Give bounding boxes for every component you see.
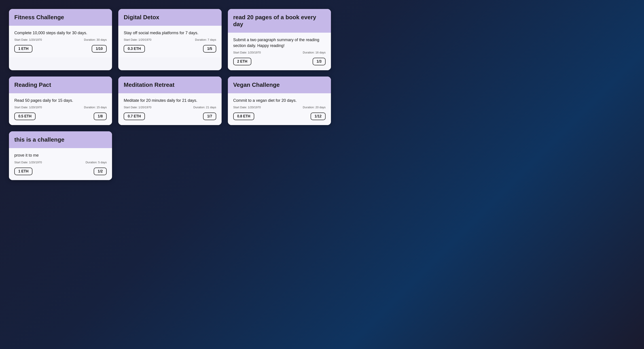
start-date: Start Date: 1/20/1970 — [14, 106, 42, 109]
start-date: Start Date: 1/20/1970 — [14, 161, 42, 164]
duration: Duration: 16 days — [303, 51, 326, 54]
card-meta: Start Date: 1/20/1970 Duration: 7 days — [124, 38, 216, 41]
card-body: Submit a two paragraph summary of the re… — [228, 33, 331, 70]
eth-badge: 1 ETH — [14, 45, 32, 53]
start-date: Start Date: 1/20/1970 — [124, 106, 152, 109]
card-meta: Start Date: 1/20/1970 Duration: 5 days — [14, 161, 107, 164]
duration: Duration: 21 days — [194, 106, 216, 109]
card-description: Commit to a vegan diet for 20 days. — [233, 98, 326, 103]
duration: Duration: 7 days — [195, 38, 216, 41]
card-header: Vegan Challenge — [228, 77, 331, 93]
card-description: Submit a two paragraph summary of the re… — [233, 37, 326, 48]
duration: Duration: 30 days — [84, 38, 107, 41]
card-header: Digital Detox — [118, 9, 222, 26]
card-meta: Start Date: 1/20/1970 Duration: 20 days — [233, 106, 326, 109]
card-body: Read 50 pages daily for 15 days. Start D… — [9, 93, 112, 125]
card-description: Complete 10,000 steps daily for 30 days. — [14, 30, 107, 36]
eth-badge: 0.7 ETH — [124, 113, 145, 120]
start-date: Start Date: 1/20/1970 — [233, 51, 261, 54]
card-meta: Start Date: 1/20/1970 Duration: 16 days — [233, 51, 326, 54]
eth-badge: 0.5 ETH — [14, 113, 36, 120]
participant-badge: 1/2 — [94, 168, 107, 175]
card-body: Meditate for 20 minutes daily for 21 day… — [118, 93, 222, 125]
card-meditation-retreat[interactable]: Meditation Retreat Meditate for 20 minut… — [118, 77, 222, 125]
card-description: Meditate for 20 minutes daily for 21 day… — [124, 98, 216, 103]
eth-badge: 0.3 ETH — [124, 45, 145, 53]
card-header: Reading Pact — [9, 77, 112, 93]
card-footer: 2 ETH 1/3 — [233, 58, 326, 65]
eth-badge: 2 ETH — [233, 58, 251, 65]
card-title: this is a challenge — [14, 136, 107, 143]
card-body: Complete 10,000 steps daily for 30 days.… — [9, 26, 112, 58]
duration: Duration: 20 days — [303, 106, 326, 109]
card-vegan-challenge[interactable]: Vegan Challenge Commit to a vegan diet f… — [228, 77, 331, 125]
card-body: Commit to a vegan diet for 20 days. Star… — [228, 93, 331, 125]
card-header: this is a challenge — [9, 131, 112, 148]
card-footer: 1 ETH 1/2 — [14, 168, 107, 175]
card-footer: 0.3 ETH 1/5 — [124, 45, 216, 53]
card-footer: 0.7 ETH 1/7 — [124, 113, 216, 120]
participant-badge: 1/12 — [310, 113, 326, 120]
card-footer: 0.8 ETH 1/12 — [233, 113, 326, 120]
card-meta: Start Date: 1/20/1970 Duration: 30 days — [14, 38, 107, 41]
card-reading-pact[interactable]: Reading Pact Read 50 pages daily for 15 … — [9, 77, 112, 125]
card-header: Fitness Challenge — [9, 9, 112, 26]
challenge-grid: Fitness Challenge Complete 10,000 steps … — [9, 9, 331, 180]
card-body: prove it to me Start Date: 1/20/1970 Dur… — [9, 148, 112, 180]
card-title: Reading Pact — [14, 82, 107, 88]
start-date: Start Date: 1/20/1970 — [124, 38, 152, 41]
card-title: Vegan Challenge — [233, 82, 326, 88]
card-description: Read 50 pages daily for 15 days. — [14, 98, 107, 103]
start-date: Start Date: 1/20/1970 — [233, 106, 261, 109]
card-digital-detox[interactable]: Digital Detox Stay off social media plat… — [118, 9, 222, 70]
start-date: Start Date: 1/20/1970 — [14, 38, 42, 41]
participant-badge: 1/3 — [312, 58, 326, 65]
participant-badge: 1/7 — [203, 113, 216, 120]
card-header: Meditation Retreat — [118, 77, 222, 93]
eth-badge: 0.8 ETH — [233, 113, 254, 120]
card-title: Meditation Retreat — [124, 82, 216, 88]
card-description: prove it to me — [14, 153, 107, 158]
card-title: read 20 pages of a book every day — [233, 14, 326, 28]
duration: Duration: 5 days — [86, 161, 107, 164]
card-footer: 0.5 ETH 1/8 — [14, 113, 107, 120]
card-meta: Start Date: 1/20/1970 Duration: 21 days — [124, 106, 216, 109]
duration: Duration: 15 days — [84, 106, 107, 109]
card-title: Fitness Challenge — [14, 14, 107, 21]
participant-badge: 1/5 — [203, 45, 216, 53]
card-footer: 1 ETH 1/10 — [14, 45, 107, 53]
card-header: read 20 pages of a book every day — [228, 9, 331, 33]
card-body: Stay off social media platforms for 7 da… — [118, 26, 222, 58]
card-fitness-challenge[interactable]: Fitness Challenge Complete 10,000 steps … — [9, 9, 112, 70]
participant-badge: 1/8 — [94, 113, 107, 120]
card-read-20-pages[interactable]: read 20 pages of a book every day Submit… — [228, 9, 331, 70]
card-title: Digital Detox — [124, 14, 216, 21]
eth-badge: 1 ETH — [14, 168, 32, 175]
card-meta: Start Date: 1/20/1970 Duration: 15 days — [14, 106, 107, 109]
participant-badge: 1/10 — [92, 45, 107, 53]
card-description: Stay off social media platforms for 7 da… — [124, 30, 216, 36]
card-this-is-a-challenge[interactable]: this is a challenge prove it to me Start… — [9, 131, 112, 180]
